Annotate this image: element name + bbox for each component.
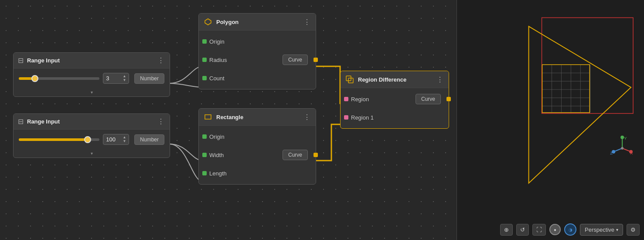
range-input-2-number-btn[interactable]: Number — [134, 134, 164, 145]
rect-length-label: Length — [209, 170, 227, 177]
vp-scene: Y Z X — [457, 0, 644, 218]
vp-scene-svg: Y Z X — [457, 0, 644, 218]
region-difference-node: Region Difference ⋮ Region Curve Region … — [340, 71, 449, 129]
perspective-btn[interactable]: Perspective ▾ — [580, 224, 623, 236]
range-input-2-value-box[interactable]: 100 ▲ ▼ — [103, 134, 129, 145]
viewport-panel: Y Z X ⊕ ↺ ⛶ ● — [457, 0, 644, 240]
polygon-curve-output[interactable]: Curve — [283, 55, 308, 65]
polygon-curve-connector — [313, 58, 318, 62]
svg-point-27 — [629, 150, 633, 154]
region-diff-body: Region Curve Region 1 — [341, 88, 449, 128]
spinner-up-1[interactable]: ▲ — [123, 75, 126, 78]
rect-origin-label: Origin — [209, 134, 225, 140]
spinner-down-1[interactable]: ▼ — [123, 79, 126, 82]
region-diff-header: Region Difference ⋮ — [341, 71, 449, 88]
rectangle-header: Rectangle ⋮ — [199, 109, 316, 126]
shading-mode-icon: ◑ — [569, 227, 572, 232]
shading-circle-btn[interactable]: ● — [549, 224, 561, 235]
polygon-count-label: Count — [209, 75, 225, 82]
range-input-1-slider[interactable] — [19, 77, 99, 80]
viewport-toolbar: ⊕ ↺ ⛶ ● ◑ Perspective ▾ ⚙ — [457, 223, 644, 236]
polygon-header: Polygon ⋮ — [199, 14, 316, 31]
rect-curve-output[interactable]: Curve — [283, 150, 308, 160]
polygon-title: Polygon — [216, 19, 299, 25]
range-input-2-title: Range Input — [27, 118, 153, 125]
fullscreen-btn[interactable]: ⛶ — [532, 224, 546, 236]
refresh-icon: ↺ — [520, 226, 525, 233]
viewport-settings-btn[interactable]: ⚙ — [627, 224, 640, 236]
rectangle-icon — [203, 112, 213, 122]
perspective-label: Perspective — [585, 226, 614, 233]
rectangle-node: Rectangle ⋮ Origin Width Curve — [198, 108, 316, 185]
polygon-origin-row: Origin — [199, 32, 316, 51]
polygon-origin-socket — [202, 34, 207, 48]
spinner-up-2[interactable]: ▲ — [123, 136, 126, 139]
range-icon-1: ⊟ — [18, 56, 24, 65]
region-diff-region-socket — [344, 92, 348, 106]
svg-point-26 — [612, 150, 615, 154]
region-diff-region1-label: Region 1 — [351, 114, 374, 121]
range-input-node-2: ⊟ Range Input ⋮ 100 ▲ ▼ Number ▾ — [13, 113, 170, 158]
region-diff-curve-output[interactable]: Curve — [416, 94, 441, 104]
svg-point-24 — [621, 147, 624, 150]
refresh-btn[interactable]: ↺ — [516, 224, 529, 236]
region-diff-icon — [345, 75, 354, 84]
rect-width-label: Width — [209, 152, 224, 158]
perspective-dropdown-icon: ▾ — [616, 227, 618, 232]
region-diff-region-row: Region Curve — [341, 90, 449, 108]
rect-width-socket — [202, 148, 207, 162]
rectangle-title: Rectangle — [216, 114, 299, 120]
polygon-origin-label: Origin — [209, 38, 225, 45]
range-input-2-slider-row: 100 ▲ ▼ Number — [19, 134, 164, 145]
range-input-1-value-box[interactable]: 3 ▲ ▼ — [103, 73, 129, 84]
polygon-radius-label: Radius — [209, 57, 227, 63]
range-input-1-menu[interactable]: ⋮ — [157, 56, 165, 65]
polygon-menu[interactable]: ⋮ — [303, 18, 311, 26]
range-input-2-expand[interactable]: ▾ — [14, 149, 170, 158]
range-input-1-number-btn[interactable]: Number — [134, 73, 164, 84]
region-diff-menu[interactable]: ⋮ — [436, 75, 444, 84]
rect-length-row: Length — [199, 164, 316, 182]
spinner-down-2[interactable]: ▼ — [123, 140, 126, 143]
polygon-radius-socket — [202, 53, 207, 67]
rect-origin-socket — [202, 130, 207, 144]
region-diff-curve-connector — [446, 97, 451, 101]
polygon-count-row: Count — [199, 69, 316, 87]
rect-length-socket — [202, 166, 207, 180]
range-input-2-spinner[interactable]: ▲ ▼ — [123, 136, 126, 143]
range-input-node-1: ⊟ Range Input ⋮ 3 ▲ ▼ Number ▾ — [13, 52, 170, 97]
shading-mode-btn[interactable]: ◑ — [564, 223, 576, 236]
polygon-node: Polygon ⋮ Origin Radius Curve — [198, 13, 316, 89]
range-input-1-slider-row: 3 ▲ ▼ Number — [19, 73, 164, 84]
settings-icon: ⚙ — [630, 226, 636, 233]
rectangle-menu[interactable]: ⋮ — [303, 113, 311, 121]
region-diff-region-label: Region — [351, 96, 369, 103]
range-input-2-body: 100 ▲ ▼ Number — [14, 130, 170, 149]
svg-point-25 — [620, 136, 624, 139]
range-input-2-slider[interactable] — [19, 138, 99, 141]
range-input-1-title: Range Input — [27, 57, 153, 64]
range-input-2-menu[interactable]: ⋮ — [157, 117, 165, 126]
region-diff-region1-row: Region 1 — [341, 108, 449, 127]
cursor-tool-btn[interactable]: ⊕ — [500, 224, 513, 236]
cursor-icon: ⊕ — [504, 226, 509, 233]
range-input-1-expand[interactable]: ▾ — [14, 88, 170, 96]
range-input-1-value: 3 — [106, 75, 109, 82]
range-icon-2: ⊟ — [18, 117, 24, 126]
rect-width-row: Width Curve — [199, 146, 316, 164]
region-diff-title: Region Difference — [358, 76, 432, 83]
fullscreen-icon: ⛶ — [536, 226, 542, 233]
range-input-2-value: 100 — [106, 136, 116, 143]
svg-text:Y: Y — [624, 136, 627, 141]
polygon-radius-row: Radius Curve — [199, 51, 316, 69]
rectangle-body: Origin Width Curve Length — [199, 126, 316, 184]
polygon-body: Origin Radius Curve Count — [199, 31, 316, 89]
range-input-1-body: 3 ▲ ▼ Number — [14, 69, 170, 88]
svg-rect-4 — [457, 0, 644, 218]
node-canvas[interactable]: ⊟ Range Input ⋮ 3 ▲ ▼ Number ▾ — [0, 0, 458, 240]
svg-marker-0 — [205, 19, 211, 25]
svg-rect-1 — [205, 115, 211, 119]
range-input-1-spinner[interactable]: ▲ ▼ — [123, 75, 126, 82]
range-input-1-header: ⊟ Range Input ⋮ — [14, 53, 170, 69]
shading-icon: ● — [554, 227, 556, 232]
